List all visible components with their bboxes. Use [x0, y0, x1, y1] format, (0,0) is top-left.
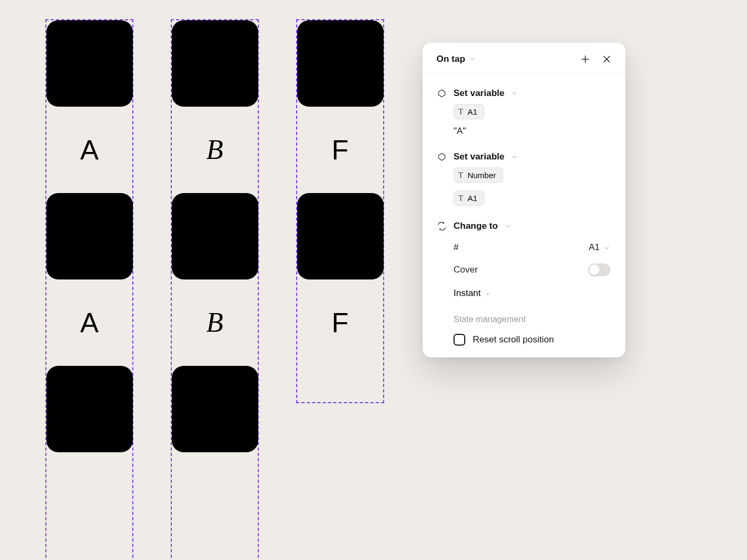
variable-name: Number [467, 171, 496, 180]
letter-label: F [297, 309, 383, 337]
variable-value-pill[interactable]: T A1 [454, 190, 484, 206]
target-frame-select[interactable]: A1 [589, 242, 610, 253]
letter-label: A [46, 309, 132, 337]
close-button[interactable] [601, 53, 613, 65]
variable-value-name: A1 [467, 194, 477, 203]
action-label: Set variable [454, 151, 504, 162]
variable-pill[interactable]: T A1 [454, 104, 484, 119]
chevron-down-icon [468, 55, 476, 63]
variable-name: A1 [467, 107, 477, 116]
hexagon-icon [436, 88, 447, 99]
reset-scroll-checkbox[interactable] [454, 334, 465, 346]
panel-header: On tap [423, 43, 625, 74]
cover-row: Cover [454, 263, 610, 276]
design-canvas[interactable]: A A B B F F [0, 0, 747, 560]
action-label: Set variable [454, 88, 504, 99]
svg-marker-4 [439, 90, 445, 97]
design-column-3[interactable]: F F [296, 19, 384, 403]
hexagon-icon [436, 151, 447, 162]
letter-label: B [172, 136, 258, 164]
add-action-button[interactable] [579, 53, 591, 65]
reset-scroll-label: Reset scroll position [473, 334, 554, 345]
interaction-panel: On tap Set variable T [423, 43, 625, 357]
reset-scroll-checkbox-row[interactable]: Reset scroll position [454, 334, 613, 346]
image-block[interactable] [297, 20, 384, 107]
chevron-down-icon [511, 90, 518, 97]
design-column-1[interactable]: A A [45, 19, 133, 560]
hash-label: # [454, 242, 458, 253]
panel-title: On tap [436, 54, 465, 65]
animation-value: Instant [454, 288, 481, 299]
chevron-down-icon [511, 153, 518, 161]
image-block[interactable] [172, 193, 258, 279]
animation-select[interactable]: Instant [454, 288, 613, 299]
action-header-set-variable[interactable]: Set variable [436, 151, 613, 162]
design-column-2[interactable]: B B [171, 19, 259, 560]
image-block[interactable] [46, 366, 133, 452]
cover-label: Cover [454, 265, 478, 275]
action-label: Change to [454, 221, 498, 231]
image-block[interactable] [297, 193, 384, 279]
chevron-down-icon [504, 222, 512, 230]
chevron-down-icon [603, 244, 610, 251]
text-icon: T [458, 171, 463, 180]
swap-icon [436, 221, 447, 231]
image-block[interactable] [46, 193, 133, 279]
variable-pill[interactable]: T Number [454, 167, 503, 183]
variable-value[interactable]: "A" [454, 126, 613, 137]
letter-label: F [297, 136, 383, 164]
target-frame-row: # A1 [454, 242, 610, 253]
letter-label: A [46, 136, 132, 164]
text-icon: T [458, 107, 463, 116]
trigger-selector[interactable]: On tap [436, 54, 476, 65]
image-block[interactable] [172, 366, 258, 452]
text-icon: T [458, 194, 463, 203]
letter-label: B [172, 309, 258, 337]
svg-marker-5 [439, 153, 445, 161]
state-management-heading: State management [454, 315, 613, 324]
chevron-down-icon [484, 290, 491, 297]
image-block[interactable] [46, 20, 133, 107]
target-frame-value: A1 [589, 242, 600, 253]
cover-toggle[interactable] [588, 263, 610, 276]
action-header-change-to[interactable]: Change to [436, 221, 613, 231]
image-block[interactable] [172, 20, 258, 107]
action-header-set-variable[interactable]: Set variable [436, 88, 613, 99]
